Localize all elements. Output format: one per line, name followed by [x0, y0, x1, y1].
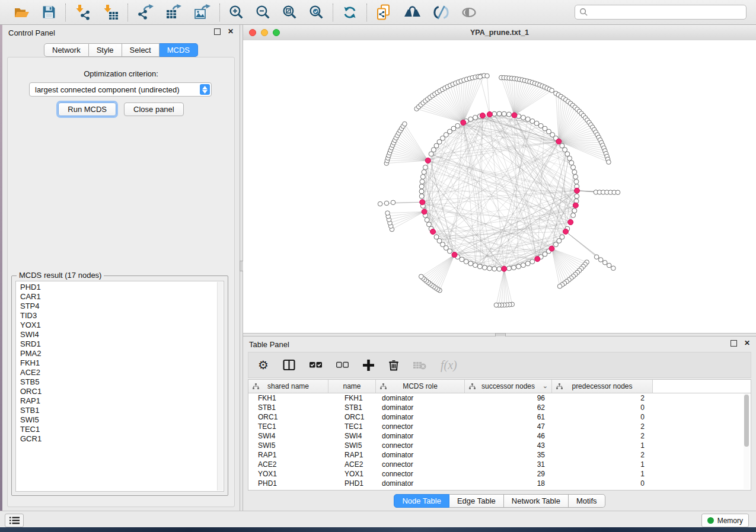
ring-node[interactable] [553, 242, 558, 247]
table-row[interactable]: ACE2ACE2connector311 [248, 460, 751, 469]
table-row[interactable]: TEC1TEC1connector472 [248, 422, 751, 431]
mcds-result-item[interactable]: CAR1 [20, 292, 224, 302]
close-panel-button[interactable]: Close panel [124, 102, 184, 116]
ring-node[interactable] [573, 174, 578, 179]
mcds-result-item[interactable]: SWI4 [20, 330, 224, 339]
ring-node[interactable] [420, 180, 425, 184]
ring-node[interactable] [482, 265, 487, 270]
import-network-icon[interactable] [75, 4, 91, 20]
ring-node[interactable] [525, 117, 530, 121]
tab-mcds[interactable]: MCDS [160, 43, 198, 57]
mcds-hub-node[interactable] [480, 113, 485, 118]
mcds-result-item[interactable]: YOX1 [20, 321, 224, 330]
copy-share-icon[interactable] [376, 4, 392, 21]
mcds-result-item[interactable]: ACE2 [20, 368, 224, 377]
show-columns-icon[interactable] [283, 359, 295, 371]
table-row[interactable]: RAP1RAP1dominator352 [248, 450, 751, 460]
zoom-out-icon[interactable] [256, 5, 270, 20]
leaf-node[interactable] [384, 201, 389, 206]
mcds-result-item[interactable]: SWI5 [20, 415, 224, 425]
mcds-result-item[interactable]: STB1 [20, 406, 224, 415]
show-details-eye-icon[interactable] [461, 5, 477, 20]
mcds-list-scrollbar[interactable] [217, 282, 223, 491]
ring-node[interactable] [502, 111, 506, 116]
leaf-node[interactable] [478, 75, 483, 79]
ring-node[interactable] [497, 267, 502, 271]
ring-node[interactable] [521, 115, 525, 120]
ring-node[interactable] [487, 266, 492, 271]
open-file-icon[interactable] [14, 5, 30, 20]
table-row[interactable]: PHD1PHD1dominator180 [248, 479, 751, 488]
mcds-result-item[interactable]: SRD1 [20, 339, 224, 349]
ring-node[interactable] [571, 165, 576, 170]
mcds-hub-node[interactable] [568, 220, 573, 225]
export-network-icon[interactable] [137, 4, 154, 20]
table-scrollbar-thumb[interactable] [744, 395, 749, 447]
add-column-icon[interactable] [363, 360, 374, 371]
table-tab-node-table[interactable]: Node Table [394, 494, 449, 508]
mcds-hub-node[interactable] [556, 139, 562, 144]
network-canvas[interactable] [243, 40, 756, 333]
leaf-node[interactable] [378, 201, 382, 206]
mcds-hub-node[interactable] [461, 120, 466, 125]
mcds-result-item[interactable]: FKH1 [20, 358, 224, 368]
mcds-hub-node[interactable] [420, 200, 425, 205]
network-search-box[interactable] [575, 5, 747, 20]
ring-node[interactable] [530, 259, 535, 264]
ring-node[interactable] [525, 261, 530, 266]
select-all-icon[interactable] [310, 361, 322, 368]
mcds-result-item[interactable]: GCR1 [20, 434, 224, 444]
ring-node[interactable] [434, 235, 439, 239]
close-window-icon[interactable] [249, 29, 256, 36]
ring-node[interactable] [516, 264, 521, 269]
leaf-node[interactable] [615, 190, 620, 195]
ring-node[interactable] [575, 194, 579, 198]
ring-node[interactable] [419, 189, 424, 194]
delete-column-icon[interactable] [388, 359, 399, 371]
ring-node[interactable] [521, 263, 525, 268]
ring-node[interactable] [473, 263, 478, 268]
ring-node[interactable] [534, 121, 539, 126]
mcds-result-item[interactable]: RAP1 [20, 396, 224, 406]
ring-node[interactable] [565, 152, 570, 156]
save-session-icon[interactable] [42, 5, 56, 20]
table-row[interactable]: SWI5SWI5connector431 [248, 441, 751, 450]
mcds-hub-node[interactable] [574, 188, 579, 193]
zoom-fit-icon[interactable] [282, 5, 297, 20]
ring-node[interactable] [492, 267, 497, 271]
table-tab-network-table[interactable]: Network Table [504, 494, 569, 508]
memory-button[interactable]: Memory [701, 514, 749, 527]
float-panel-icon[interactable] [214, 28, 221, 35]
mcds-result-list[interactable]: PHD1CAR1STP4TID3YOX1SWI4SRD1PMA2FKH1ACE2… [15, 281, 224, 492]
table-settings-icon[interactable]: ⚙ [258, 359, 269, 371]
ring-node[interactable] [506, 112, 511, 117]
tab-style[interactable]: Style [89, 43, 122, 57]
float-panel-icon[interactable] [731, 340, 737, 347]
tab-select[interactable]: Select [122, 43, 160, 57]
leaf-node[interactable] [598, 258, 603, 262]
close-panel-icon[interactable]: ✕ [744, 341, 750, 346]
mcds-result-item[interactable]: TEC1 [20, 425, 224, 434]
table-row[interactable]: STB1STB1dominator620 [248, 403, 751, 412]
column-header-successor-nodes[interactable]: successor nodes⌄ [465, 380, 552, 393]
column-header-shared-name[interactable]: shared name [248, 380, 328, 393]
leaf-node[interactable] [607, 160, 611, 165]
mcds-hub-node[interactable] [452, 252, 457, 258]
mcds-hub-node[interactable] [512, 113, 517, 118]
leaf-node[interactable] [602, 260, 607, 265]
mcds-hub-node[interactable] [549, 246, 554, 251]
ring-node[interactable] [423, 165, 428, 170]
table-row[interactable]: FKH1FKH1dominator962 [248, 393, 751, 403]
leaf-node[interactable] [607, 263, 611, 268]
ring-node[interactable] [473, 115, 478, 120]
mcds-hub-node[interactable] [430, 229, 436, 235]
search-network-icon[interactable] [404, 5, 422, 20]
ring-node[interactable] [492, 111, 497, 116]
table-row[interactable]: ORC1ORC1dominator610 [248, 412, 751, 422]
mcds-hub-node[interactable] [487, 112, 492, 117]
table-tab-motifs[interactable]: Motifs [569, 494, 605, 508]
minimize-window-icon[interactable] [261, 29, 268, 36]
criterion-dropdown[interactable]: largest connected component (undirected) [29, 82, 212, 97]
search-input[interactable] [588, 8, 742, 17]
tab-network[interactable]: Network [44, 43, 89, 57]
